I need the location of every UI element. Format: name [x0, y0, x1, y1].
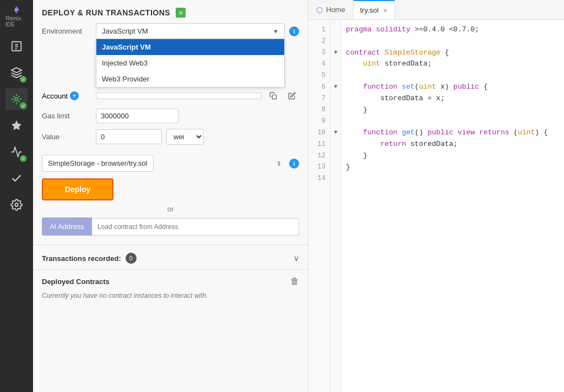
debug-icon	[10, 172, 23, 184]
sidebar-item-debug[interactable]	[6, 167, 28, 189]
contract-row: SimpleStorage - browser/try.sol i	[42, 155, 299, 172]
value-unit-select[interactable]: wei gwei ether	[166, 129, 204, 145]
git-icon	[10, 119, 23, 132]
code-line-11: return storedData;	[346, 139, 564, 150]
sidebar-item-settings[interactable]	[6, 194, 28, 216]
tab-home[interactable]: ⬡ Home	[308, 0, 354, 19]
account-label: Account	[42, 92, 68, 100]
deploy-panel-header: DEPLOY & RUN TRANSACTIONS ≡	[33, 0, 308, 23]
transactions-label: Transactions recorded:	[42, 254, 121, 263]
code-line-8: }	[346, 105, 564, 116]
tab-try-sol[interactable]: try.sol ×	[354, 0, 395, 19]
deployed-contracts-description: Currently you have no contract instances…	[42, 291, 299, 301]
edit-account-icon[interactable]	[285, 89, 299, 103]
environment-info-icon[interactable]: i	[289, 26, 299, 36]
gas-limit-input[interactable]	[96, 108, 178, 123]
code-line-9	[346, 116, 564, 127]
deploy-badge: ✓	[20, 102, 26, 109]
contract-select-wrapper: SimpleStorage - browser/try.sol	[42, 155, 286, 172]
code-gutter: ▼ ▼ ▼	[330, 20, 341, 392]
deploy-form: Environment JavaScript VM ▼ JavaScript V…	[33, 23, 308, 244]
deployed-contracts-header: Deployed Contracts 🗑	[42, 276, 299, 286]
tab-home-label: Home	[326, 6, 345, 14]
dropdown-arrow-icon: ▼	[273, 28, 279, 35]
environment-label: Environment	[42, 27, 91, 35]
transactions-chevron-icon: ∨	[294, 254, 299, 263]
app-logo-label: Remix IDE	[6, 15, 28, 28]
ethereum-logo-icon	[9, 6, 24, 14]
icon-sidebar: Remix IDE ✓ ✓ ✓	[0, 0, 33, 392]
code-line-7: storedData = x;	[346, 93, 564, 105]
code-line-14	[346, 173, 564, 184]
deploy-button[interactable]: Deploy	[42, 178, 113, 200]
file-icon	[10, 40, 23, 52]
account-row: Account +	[42, 89, 299, 103]
line-numbers: 1 2 3 4 5 6 7 8 9 10 11 12 13 14	[308, 20, 330, 392]
at-address-button[interactable]: At Address	[42, 217, 92, 236]
deployed-contracts-title: Deployed Contracts	[42, 277, 110, 286]
value-row: Value wei gwei ether	[42, 129, 299, 145]
sidebar-item-deploy[interactable]: ✓	[6, 88, 28, 110]
at-address-input[interactable]	[92, 218, 299, 236]
settings-icon	[10, 199, 23, 211]
ethereum-tab-icon: ⬡	[316, 6, 323, 14]
compile-badge: ✓	[20, 76, 26, 83]
deploy-panel: DEPLOY & RUN TRANSACTIONS ≡ Environment …	[33, 0, 308, 392]
code-line-1: pragma solidity >=0.4.0 <0.7.0;	[346, 24, 564, 36]
copy-account-icon[interactable]	[266, 89, 280, 103]
tab-close-icon[interactable]: ×	[383, 6, 387, 15]
editor-area: ⬡ Home try.sol × 1 2 3 4 5 6 7 8 9 10 11…	[308, 0, 564, 392]
analysis-badge: ✓	[20, 155, 26, 162]
account-value	[96, 92, 262, 99]
gas-limit-label: Gas limit	[42, 112, 91, 120]
deployed-contracts-section: Deployed Contracts 🗑 Currently you have …	[33, 269, 308, 307]
transactions-section-header[interactable]: Transactions recorded: 0 ∨	[33, 244, 308, 269]
code-line-12: }	[346, 150, 564, 162]
panel-status-icon: ≡	[176, 8, 186, 18]
environment-option-web3[interactable]: Web3 Provider	[96, 71, 284, 87]
code-line-3: contract SimpleStorage {	[346, 47, 564, 59]
environment-dropdown-button[interactable]: JavaScript VM ▼	[96, 23, 285, 39]
svg-point-5	[15, 97, 18, 101]
svg-rect-6	[272, 95, 276, 99]
app-logo: Remix IDE	[6, 6, 28, 28]
value-label: Value	[42, 133, 91, 141]
environment-current-value: JavaScript VM	[102, 27, 148, 35]
environment-option-jsvm[interactable]: JavaScript VM	[96, 39, 284, 55]
environment-option-injected[interactable]: Injected Web3	[96, 55, 284, 71]
code-line-4: uint storedData;	[346, 58, 564, 70]
tab-try-sol-label: try.sol	[360, 6, 379, 14]
at-address-row: At Address	[42, 217, 299, 236]
sidebar-item-compile[interactable]: ✓	[6, 62, 28, 84]
trash-icon[interactable]: 🗑	[290, 276, 299, 286]
code-line-2	[346, 36, 564, 47]
transactions-count-badge: 0	[126, 253, 137, 264]
environment-dropdown-wrapper: JavaScript VM ▼ JavaScript VM Injected W…	[96, 23, 285, 39]
sidebar-item-git[interactable]	[6, 115, 28, 137]
or-separator: or	[42, 205, 299, 213]
add-account-icon[interactable]: +	[70, 91, 79, 100]
code-content: pragma solidity >=0.4.0 <0.7.0; contract…	[341, 20, 564, 392]
contract-select[interactable]: SimpleStorage - browser/try.sol	[42, 155, 154, 172]
code-line-5	[346, 70, 564, 81]
sidebar-item-analysis[interactable]: ✓	[6, 141, 28, 163]
environment-dropdown-menu: JavaScript VM Injected Web3 Web3 Provide…	[96, 39, 285, 88]
code-editor: 1 2 3 4 5 6 7 8 9 10 11 12 13 14 ▼ ▼ ▼	[308, 20, 564, 392]
code-line-10: function get() public view returns (uint…	[346, 127, 564, 139]
panel-title: DEPLOY & RUN TRANSACTIONS	[42, 8, 170, 17]
tab-bar: ⬡ Home try.sol ×	[308, 0, 564, 20]
gas-limit-row: Gas limit	[42, 108, 299, 123]
account-label-group: Account +	[42, 91, 91, 100]
sidebar-item-file-explorer[interactable]	[6, 35, 28, 57]
value-input[interactable]	[96, 129, 162, 144]
code-line-13: }	[346, 162, 564, 173]
transactions-header-left: Transactions recorded: 0	[42, 253, 137, 264]
contract-info-icon[interactable]: i	[289, 159, 299, 168]
code-line-6: function set(uint x) public {	[346, 81, 564, 93]
environment-row: Environment JavaScript VM ▼ JavaScript V…	[42, 23, 299, 39]
